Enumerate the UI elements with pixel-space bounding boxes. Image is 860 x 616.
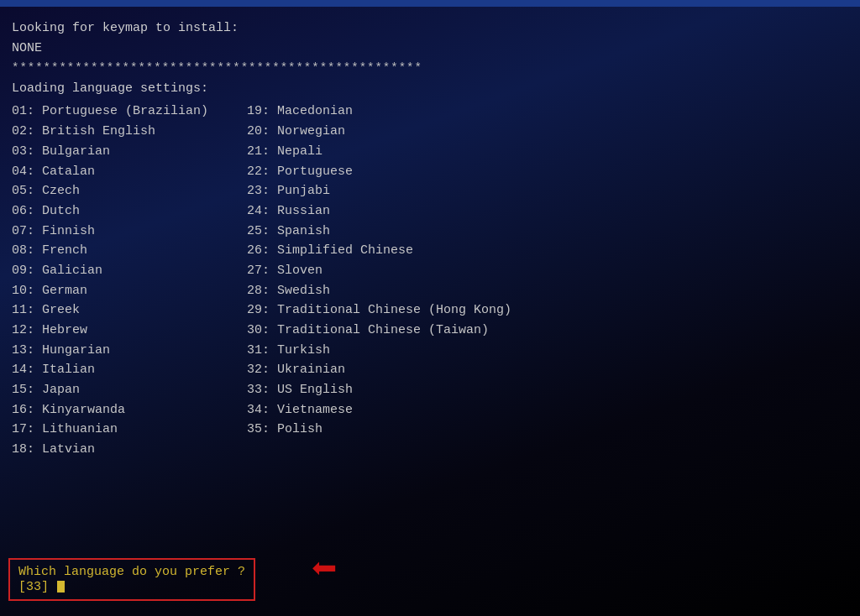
lang-item-09: 09: Galician <box>12 261 247 281</box>
lang-item-35: 35: Polish <box>247 420 848 440</box>
arrow-container: ⬅ <box>311 551 337 594</box>
lang-item-25: 25: Spanish <box>247 222 848 242</box>
prompt-question: Which language do you prefer ? <box>18 565 245 579</box>
lang-item-29: 29: Traditional Chinese (Hong Kong) <box>247 300 848 321</box>
prompt-input[interactable]: [33] <box>18 580 245 594</box>
prompt-default: [33] <box>18 580 49 594</box>
lang-item-05: 05: Czech <box>12 181 247 201</box>
lang-item-21: 21: Nepali <box>247 142 848 162</box>
lang-item-07: 07: Finnish <box>12 222 247 242</box>
keymap-line2: NONE <box>12 39 848 58</box>
lang-item-18: 18: Latvian <box>12 440 247 460</box>
lang-item-24: 24: Russian <box>247 201 848 222</box>
lang-item-06: 06: Dutch <box>12 201 247 222</box>
lang-item-12: 12: Hebrew <box>12 321 247 341</box>
lang-item-22: 22: Portuguese <box>247 162 848 182</box>
lang-item-16: 16: Kinyarwanda <box>12 400 247 420</box>
language-list: 01: Portuguese (Brazilian) 02: British E… <box>12 102 848 459</box>
lang-item-27: 27: Sloven <box>247 261 848 281</box>
lang-item-28: 28: Swedish <box>247 281 848 301</box>
lang-item-13: 13: Hungarian <box>12 341 247 361</box>
lang-item-11: 11: Greek <box>12 300 247 321</box>
lang-item-03: 03: Bulgarian <box>12 142 247 162</box>
language-col-right: 19: Macedonian20: Norwegian21: Nepali22:… <box>247 102 848 459</box>
lang-item-17: 17: Lithuanian <box>12 420 247 440</box>
lang-item-08: 08: French <box>12 241 247 261</box>
lang-item-14: 14: Italian <box>12 360 247 380</box>
keymap-line1: Looking for keymap to install: <box>12 18 848 38</box>
lang-item-20: 20: Norwegian <box>247 122 848 142</box>
lang-item-32: 32: Ukrainian <box>247 360 848 380</box>
terminal-screen: Looking for keymap to install: NONE ****… <box>0 0 860 616</box>
lang-item-02: 02: British English <box>12 122 247 142</box>
stars-divider: ****************************************… <box>12 60 848 78</box>
cursor-blink <box>57 581 65 593</box>
lang-item-23: 23: Punjabi <box>247 181 848 201</box>
terminal-content: Looking for keymap to install: NONE ****… <box>12 8 848 460</box>
lang-item-30: 30: Traditional Chinese (Taiwan) <box>247 321 848 341</box>
lang-item-15: 15: Japan <box>12 380 247 400</box>
lang-item-34: 34: Vietnamese <box>247 400 848 420</box>
language-col-left: 01: Portuguese (Brazilian) 02: British E… <box>12 102 247 459</box>
top-bar <box>0 0 860 7</box>
lang-item-26: 26: Simplified Chinese <box>247 241 848 261</box>
lang-item-10: 10: German <box>12 281 247 301</box>
loading-line: Loading language settings: <box>12 79 848 98</box>
lang-item-31: 31: Turkish <box>247 341 848 361</box>
lang-item-33: 33: US English <box>247 380 848 400</box>
red-arrow-icon: ⬅ <box>311 551 337 594</box>
lang-item-04: 04: Catalan <box>12 162 247 182</box>
prompt-box: Which language do you prefer ? [33] <box>8 558 255 601</box>
lang-item-19: 19: Macedonian <box>247 102 848 122</box>
lang-item-01: 01: Portuguese (Brazilian) <box>12 102 247 122</box>
